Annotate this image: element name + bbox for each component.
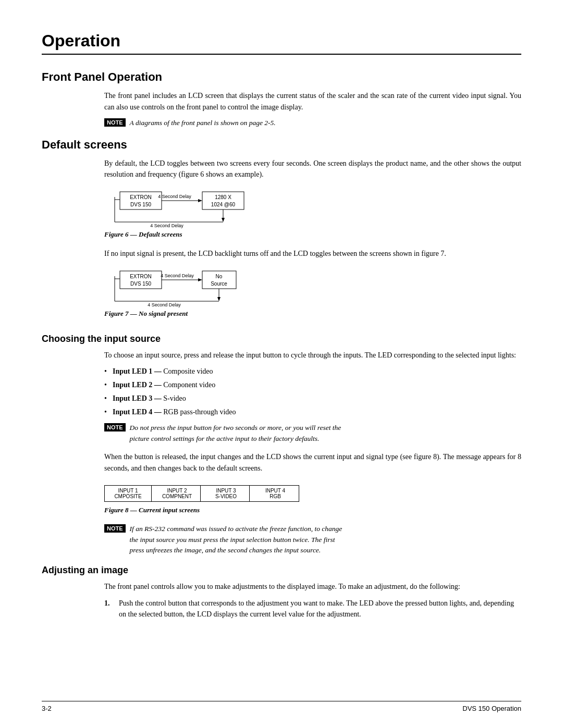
footer-right: DVS 150 Operation bbox=[462, 705, 521, 712]
input-box-4: INPUT 4 RGB bbox=[252, 486, 299, 501]
input-2-line2: COMPNENT bbox=[161, 493, 193, 499]
note-label-1: NOTE bbox=[104, 118, 126, 127]
svg-text:DVS 150: DVS 150 bbox=[130, 281, 151, 287]
footer-left: 3-2 bbox=[42, 705, 52, 712]
step-1-text: Push the control button that corresponds… bbox=[119, 598, 521, 620]
svg-text:EXTRON: EXTRON bbox=[130, 194, 152, 200]
choosing-input-note: NOTE Do not press the input button for t… bbox=[104, 423, 521, 444]
input-box-1: INPUT 1 CMPOSITE bbox=[105, 486, 152, 501]
page-header: Operation bbox=[42, 31, 521, 55]
svg-text:EXTRON: EXTRON bbox=[130, 274, 152, 279]
figure-7-diagram: EXTRON DVS 150 4 Second Delay No Source bbox=[104, 266, 323, 307]
svg-text:1024  @60: 1024 @60 bbox=[211, 202, 236, 207]
choosing-input-note2-text: If an RS-232 command was issued to activ… bbox=[130, 524, 342, 556]
list-item: Input LED 1 — Composite video bbox=[104, 366, 521, 377]
figure-6-diagram: EXTRON DVS 150 4 Second Delay 1280 X 102… bbox=[104, 187, 323, 228]
figure-8-diagram: INPUT 1 CMPOSITE INPUT 2 COMPNENT INPUT … bbox=[104, 485, 299, 502]
front-panel-title: Front Panel Operation bbox=[42, 70, 521, 84]
list-item: Input LED 4 — RGB pass-through video bbox=[104, 406, 521, 417]
choosing-input-note2: NOTE If an RS-232 command was issued to … bbox=[104, 524, 521, 556]
svg-marker-22 bbox=[198, 278, 202, 281]
section-front-panel: Front Panel Operation The front panel in… bbox=[42, 70, 521, 129]
led-1-text: Composite video bbox=[163, 367, 213, 375]
input-box-2: INPUT 2 COMPNENT bbox=[154, 486, 201, 501]
list-item: Input LED 2 — Component video bbox=[104, 379, 521, 390]
figure-6-container: EXTRON DVS 150 4 Second Delay 1280 X 102… bbox=[104, 187, 521, 245]
svg-text:DVS 150: DVS 150 bbox=[130, 202, 151, 207]
svg-marker-28 bbox=[217, 297, 221, 301]
input-3-line2: S-VIDEO bbox=[210, 493, 242, 499]
default-screens-content: By default, the LCD toggles between two … bbox=[104, 158, 521, 324]
default-screens-body2: If no input signal is present, the LCD b… bbox=[104, 248, 521, 260]
led-4-label: Input LED 4 — bbox=[113, 408, 162, 416]
adjusting-image-title: Adjusting an image bbox=[42, 565, 521, 576]
list-item: Input LED 3 — S-video bbox=[104, 393, 521, 404]
svg-marker-6 bbox=[198, 199, 202, 202]
led-3-text: S-video bbox=[163, 394, 186, 402]
adjusting-image-body: The front panel controls allow you to ma… bbox=[104, 581, 521, 593]
figure-6-caption: Figure 6 — Default screens bbox=[104, 230, 182, 239]
input-2-line1: INPUT 2 bbox=[161, 488, 193, 493]
svg-text:4 Second Delay: 4 Second Delay bbox=[161, 273, 194, 278]
default-screens-title: Default screens bbox=[42, 138, 521, 152]
svg-text:Source: Source bbox=[211, 281, 227, 287]
choosing-input-title: Choosing the input source bbox=[42, 334, 521, 344]
choosing-input-note-text: Do not press the input button for two se… bbox=[130, 423, 341, 444]
led-4-text: RGB pass-through video bbox=[163, 408, 236, 416]
front-panel-note: NOTE A diagrams of the front panel is sh… bbox=[104, 118, 521, 128]
svg-text:1280 X: 1280 X bbox=[215, 194, 231, 200]
section-choosing-input: Choosing the input source To choose an i… bbox=[42, 334, 521, 556]
figure-8-container: INPUT 1 CMPOSITE INPUT 2 COMPNENT INPUT … bbox=[104, 480, 521, 521]
choosing-input-body: To choose an input source, press and rel… bbox=[104, 350, 521, 361]
svg-text:No: No bbox=[216, 274, 223, 279]
figure-7-caption: Figure 7 — No signal present bbox=[104, 310, 188, 318]
figure-7-container: EXTRON DVS 150 4 Second Delay No Source bbox=[104, 266, 521, 324]
choosing-input-content: To choose an input source, press and rel… bbox=[104, 350, 521, 556]
led-2-label: Input LED 2 — bbox=[113, 381, 162, 389]
adjusting-image-content: The front panel controls allow you to ma… bbox=[104, 581, 521, 620]
list-item: 1. Push the control button that correspo… bbox=[104, 598, 521, 620]
section-default-screens: Default screens By default, the LCD togg… bbox=[42, 138, 521, 324]
input-led-list: Input LED 1 — Composite video Input LED … bbox=[104, 366, 521, 417]
input-4-line1: INPUT 4 bbox=[259, 488, 291, 493]
figure-8-caption: Figure 8 — Current input screens bbox=[104, 506, 200, 514]
input-1-line2: CMPOSITE bbox=[112, 493, 144, 499]
page-footer: 3-2 DVS 150 Operation bbox=[42, 701, 521, 712]
note-label-2: NOTE bbox=[104, 423, 126, 431]
default-screens-body: By default, the LCD toggles between two … bbox=[104, 158, 521, 180]
svg-text:4 Second Delay: 4 Second Delay bbox=[148, 302, 181, 307]
choosing-input-body2: When the button is released, the input c… bbox=[104, 451, 521, 474]
led-2-text: Component video bbox=[163, 381, 215, 389]
led-3-label: Input LED 3 — bbox=[113, 394, 162, 402]
svg-text:4 Second Delay: 4 Second Delay bbox=[150, 223, 183, 228]
page: Operation Front Panel Operation The fron… bbox=[0, 0, 563, 728]
input-box-3: INPUT 3 S-VIDEO bbox=[203, 486, 250, 501]
svg-text:4 Second Delay: 4 Second Delay bbox=[158, 194, 191, 199]
input-3-line1: INPUT 3 bbox=[210, 488, 242, 493]
front-panel-content: The front panel includes an LCD screen t… bbox=[104, 90, 521, 129]
input-1-line1: INPUT 1 bbox=[112, 488, 144, 493]
page-title: Operation bbox=[42, 31, 521, 51]
led-1-label: Input LED 1 — bbox=[113, 367, 162, 375]
svg-marker-12 bbox=[222, 218, 225, 222]
front-panel-body: The front panel includes an LCD screen t… bbox=[104, 90, 521, 113]
input-4-line2: RGB bbox=[259, 493, 291, 499]
step-1-num: 1. bbox=[104, 598, 114, 620]
adjusting-steps: 1. Push the control button that correspo… bbox=[104, 598, 521, 620]
section-adjusting-image: Adjusting an image The front panel contr… bbox=[42, 565, 521, 620]
note-label-3: NOTE bbox=[104, 524, 126, 533]
front-panel-note-text: A diagrams of the front panel is shown o… bbox=[130, 118, 276, 128]
